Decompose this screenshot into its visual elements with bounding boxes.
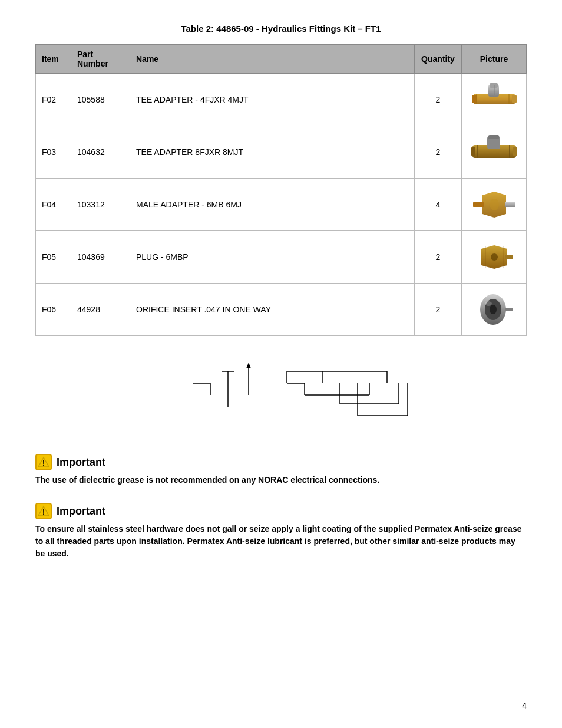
svg-text:!: ! — [42, 459, 45, 467]
svg-rect-17 — [473, 202, 484, 207]
fitting-image-f06 — [468, 292, 520, 327]
cell-part: 103312 — [71, 179, 130, 231]
important-body-2: To ensure all stainless steel hardware d… — [35, 523, 527, 560]
important-block-2: ! ImportantTo ensure all stainless steel… — [35, 503, 527, 560]
cell-item: F04 — [36, 179, 71, 231]
cell-qty: 2 — [415, 284, 462, 336]
svg-rect-2 — [472, 95, 477, 103]
fitting-image-f03 — [468, 134, 520, 170]
table-row: F05104369PLUG - 6MBP2 — [36, 231, 527, 284]
cell-part: 104369 — [71, 231, 130, 284]
svg-point-18 — [490, 199, 499, 210]
col-header-item: Item — [36, 45, 71, 74]
svg-rect-28 — [505, 308, 513, 311]
svg-rect-21 — [505, 255, 513, 259]
important-header-1: ! Important — [35, 454, 527, 470]
fittings-table: Item Part Number Name Quantity Picture F… — [35, 44, 527, 336]
table-row: F0644928ORIFICE INSERT .047 IN ONE WAY2 — [36, 284, 527, 336]
fitting-image-f05 — [468, 239, 520, 275]
svg-point-20 — [491, 253, 498, 261]
warning-icon-2: ! — [35, 503, 52, 519]
page-number: 4 — [522, 701, 527, 710]
svg-marker-34 — [246, 363, 251, 368]
warning-icon-1: ! — [35, 454, 52, 470]
col-header-part: Part Number — [71, 45, 130, 74]
cell-qty: 2 — [415, 231, 462, 284]
cell-item: F05 — [36, 231, 71, 284]
svg-rect-4 — [490, 83, 498, 88]
col-header-pic: Picture — [462, 45, 527, 74]
svg-text:!: ! — [42, 508, 45, 516]
cell-qty: 2 — [415, 126, 462, 179]
schematic-diagram — [35, 354, 527, 430]
cell-item: F03 — [36, 126, 71, 179]
cell-item: F06 — [36, 284, 71, 336]
cell-qty: 2 — [415, 74, 462, 126]
important-body-1: The use of dielectric grease is not reco… — [35, 474, 527, 486]
important-label-2: Important — [57, 505, 105, 518]
svg-rect-16 — [505, 202, 515, 207]
cell-name: PLUG - 6MBP — [130, 231, 415, 284]
table-title: Table 2: 44865-09 - Hydraulics Fittings … — [35, 24, 527, 34]
cell-name: TEE ADAPTER - 4FJXR 4MJT — [130, 74, 415, 126]
cell-name: TEE ADAPTER 8FJXR 8MJT — [130, 126, 415, 179]
cell-name: ORIFICE INSERT .047 IN ONE WAY — [130, 284, 415, 336]
cell-part: 104632 — [71, 126, 130, 179]
fitting-image-f04 — [468, 187, 520, 222]
important-header-2: ! Important — [35, 503, 527, 519]
svg-rect-10 — [471, 147, 475, 156]
cell-part: 105588 — [71, 74, 130, 126]
col-header-name: Name — [130, 45, 415, 74]
important-label-1: Important — [57, 456, 105, 469]
table-row: F02105588TEE ADAPTER - 4FJXR 4MJT2 — [36, 74, 527, 126]
cell-picture — [462, 284, 527, 336]
table-row: F04103312MALE ADAPTER - 6MB 6MJ4 — [36, 179, 527, 231]
table-row: F03104632TEE ADAPTER 8FJXR 8MJT2 — [36, 126, 527, 179]
svg-rect-12 — [488, 135, 499, 139]
svg-point-26 — [490, 305, 497, 314]
important-block-1: ! ImportantThe use of dielectric grease … — [35, 454, 527, 486]
cell-part: 44928 — [71, 284, 130, 336]
col-header-qty: Quantity — [415, 45, 462, 74]
fitting-image-f02 — [468, 82, 520, 117]
cell-item: F02 — [36, 74, 71, 126]
cell-picture — [462, 126, 527, 179]
cell-qty: 4 — [415, 179, 462, 231]
cell-picture — [462, 179, 527, 231]
svg-rect-11 — [513, 147, 517, 156]
cell-picture — [462, 74, 527, 126]
cell-picture — [462, 231, 527, 284]
svg-rect-3 — [512, 95, 517, 103]
svg-point-27 — [485, 301, 492, 306]
cell-name: MALE ADAPTER - 6MB 6MJ — [130, 179, 415, 231]
